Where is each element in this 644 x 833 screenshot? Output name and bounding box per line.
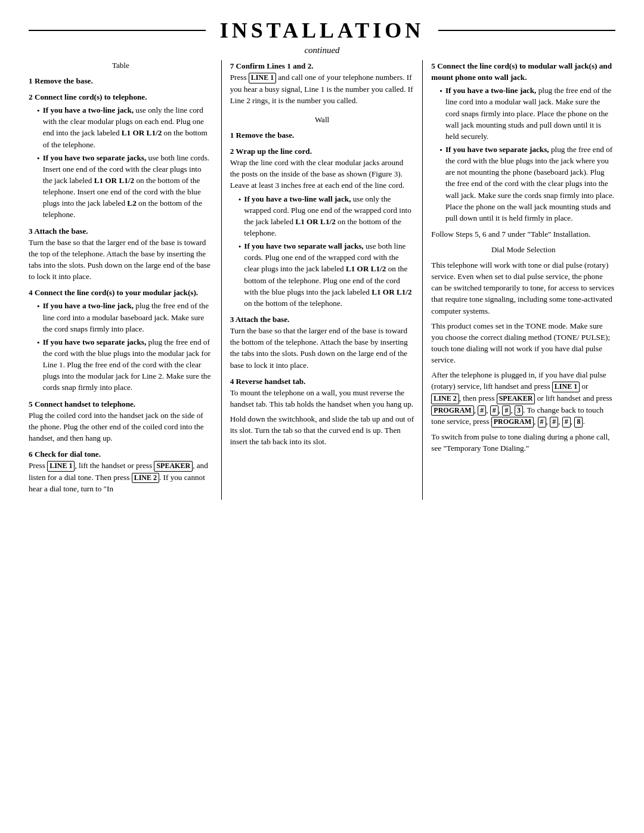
wall-step-1-title: Remove the base. — [236, 131, 295, 140]
wall-step-2-text: Wrap the line cord with the clear modula… — [230, 158, 405, 190]
dial-para-3: After the telephone is plugged in, if yo… — [431, 369, 615, 428]
line1-key-2: LINE 1 — [249, 73, 276, 83]
step-3-number: 3 — [29, 227, 34, 236]
wall-step-4-text: To mount the telephone on a wall, you mu… — [230, 388, 413, 408]
step-4-title: Connect the line cord(s) to your modular… — [35, 288, 198, 297]
wall-step-2-sub-2-text: If you have two separate wall jacks, use… — [244, 240, 414, 309]
step-2-sub-1: • If you have a two-line jack, use only … — [37, 104, 213, 150]
step-4-sub-2: • If you have two separate jacks, plug t… — [37, 336, 213, 394]
step-4-sub-2-text: If you have two separate jacks, plug the… — [43, 336, 213, 394]
eight-key: 8 — [574, 417, 583, 428]
dial-para-4: To switch from pulse to tone dialing dur… — [431, 431, 615, 454]
step-2-sub-2: • If you have two separate jacks, use bo… — [37, 152, 213, 221]
step-4-sub-1: • If you have a two-line jack, plug the … — [37, 300, 213, 334]
wall-step-1: 1 Remove the base. — [230, 129, 414, 141]
header: INSTALLATION continued — [29, 18, 615, 55]
step-5: 5 Connect handset to telephone. Plug the… — [29, 398, 213, 444]
bullet-4-1: • — [37, 301, 40, 334]
wall-step-2-sub-1-text: If you have a two-line wall jack, use on… — [244, 193, 414, 239]
col3-step-5-title: Connect the line cord(s) to modular wall… — [431, 61, 612, 82]
col3-step-5-sub-1-text: If you have a two-line jack, plug the fr… — [445, 85, 615, 142]
column-2: 7 Confirm Lines 1 and 2. Press LINE 1 an… — [224, 60, 420, 500]
step-7: 7 Confirm Lines 1 and 2. Press LINE 1 an… — [230, 60, 414, 106]
program-key-1: PROGRAM — [431, 405, 473, 416]
step-6-title: Check for dial tone. — [35, 450, 101, 459]
hash-key-3: # — [502, 405, 510, 416]
col3-step-5-number: 5 — [431, 61, 437, 70]
step-4-number: 4 — [29, 288, 35, 297]
content-columns: Table 1 Remove the base. 2 Connect line … — [29, 60, 615, 500]
rule-line-left — [29, 30, 206, 31]
step-5-number: 5 — [29, 400, 35, 408]
step-1: 1 Remove the base. — [29, 75, 213, 86]
step-1-number: 1 — [29, 76, 35, 85]
step-4: 4 Connect the line cord(s) to your modul… — [29, 287, 213, 393]
col3-step-5-sub-2-text: If you have two separate jacks, plug the… — [445, 144, 615, 224]
step-7-title: Confirm Lines 1 and 2. — [236, 61, 314, 70]
step-6: 6 Check for dial tone. Press LINE 1, lif… — [29, 448, 213, 494]
hash-key-2: # — [490, 405, 499, 416]
step-6-text: Press LINE 1, lift the handset or press … — [29, 461, 208, 493]
step-3: 3 Attach the base. Turn the base so that… — [29, 225, 213, 283]
step-2: 2 Connect line cord(s) to telephone. • I… — [29, 91, 213, 221]
wall-step-2-sub-1: • If you have a two-line wall jack, use … — [239, 193, 414, 239]
divider-1 — [221, 60, 222, 500]
bullet-4-2: • — [37, 337, 40, 394]
col3-step-5: 5 Connect the line cord(s) to modular wa… — [431, 60, 615, 224]
step-6-number: 6 — [29, 450, 35, 459]
dial-para-2: This product comes set in the TONE mode.… — [431, 320, 615, 366]
col3-step-5-sub-2: • If you have two separate jacks, plug t… — [439, 144, 615, 224]
bullet-w2-2: • — [239, 241, 242, 309]
wall-step-3-title: Attach the base. — [236, 315, 289, 324]
column-3: 5 Connect the line cord(s) to modular wa… — [425, 60, 615, 500]
line2-key: LINE 2 — [132, 473, 159, 484]
column-1: Table 1 Remove the base. 2 Connect line … — [29, 60, 219, 500]
step-2-sub-1-text: If you have a two-line jack, use only th… — [43, 104, 213, 150]
step-5-text: Plug the coiled cord into the handset ja… — [29, 411, 204, 442]
bullet-c3-2: • — [439, 144, 442, 224]
speaker-key-2: SPEAKER — [497, 394, 535, 404]
wall-step-4-text2: Hold down the switchhook, and slide the … — [230, 413, 414, 447]
header-rule-top: INSTALLATION — [29, 18, 615, 43]
bullet-w2-1: • — [239, 194, 242, 239]
wall-step-2: 2 Wrap up the line cord. Wrap the line c… — [230, 145, 414, 309]
col3-step-5-sub-1: • If you have a two-line jack, plug the … — [439, 85, 615, 142]
wall-step-2-number: 2 — [230, 147, 236, 156]
wall-step-3-number: 3 — [230, 315, 236, 324]
wall-step-3: 3 Attach the base. Turn the base so that… — [230, 314, 414, 371]
step-1-title: Remove the base. — [35, 76, 93, 85]
speaker-key: SPEAKER — [154, 461, 193, 472]
wall-step-4-number: 4 — [230, 377, 236, 386]
step-7-number: 7 — [230, 61, 236, 70]
hash-key-5: # — [550, 417, 558, 428]
bullet-c3-1: • — [439, 85, 442, 142]
wall-step-4-title: Reverse handset tab. — [236, 377, 306, 386]
hash-key-1: # — [478, 405, 486, 416]
wall-step-4: 4 Reverse handset tab. To mount the tele… — [230, 376, 414, 448]
hash-key-4: # — [538, 417, 546, 428]
wall-step-2-title: Wrap up the line cord. — [236, 147, 312, 156]
program-key-2: PROGRAM — [491, 417, 534, 428]
line1-key-3: LINE 1 — [552, 382, 580, 392]
follow-steps-text: Follow Steps 5, 6 and 7 under "Table" In… — [431, 228, 615, 240]
step-4-sub-1-text: If you have a two-line jack, plug the fr… — [43, 300, 213, 334]
continued-label: continued — [29, 45, 615, 55]
table-label: Table — [29, 60, 213, 72]
step-3-title: Attach the base. — [34, 227, 88, 236]
three-key: 3 — [515, 405, 523, 416]
step-2-sub-2-text: If you have two separate jacks, use both… — [43, 152, 213, 221]
hash-key-6: # — [562, 417, 571, 428]
page-title: INSTALLATION — [206, 18, 439, 43]
wall-label: Wall — [230, 114, 414, 126]
line1-key: LINE 1 — [47, 461, 75, 472]
step-5-title: Connect handset to telephone. — [35, 400, 135, 408]
divider-2 — [422, 60, 423, 500]
bullet-2: • — [37, 153, 40, 221]
rule-line-right — [438, 30, 615, 31]
dial-mode-label: Dial Mode Selection — [431, 244, 615, 256]
dial-para-1: This telephone will work with tone or di… — [431, 259, 615, 317]
wall-step-3-text: Turn the base so that the larger end of … — [230, 326, 408, 369]
wall-step-1-number: 1 — [230, 131, 236, 140]
step-2-title: Connect line cord(s) to telephone. — [35, 92, 147, 101]
step-7-text: Press LINE 1 and call one of your teleph… — [230, 73, 413, 105]
